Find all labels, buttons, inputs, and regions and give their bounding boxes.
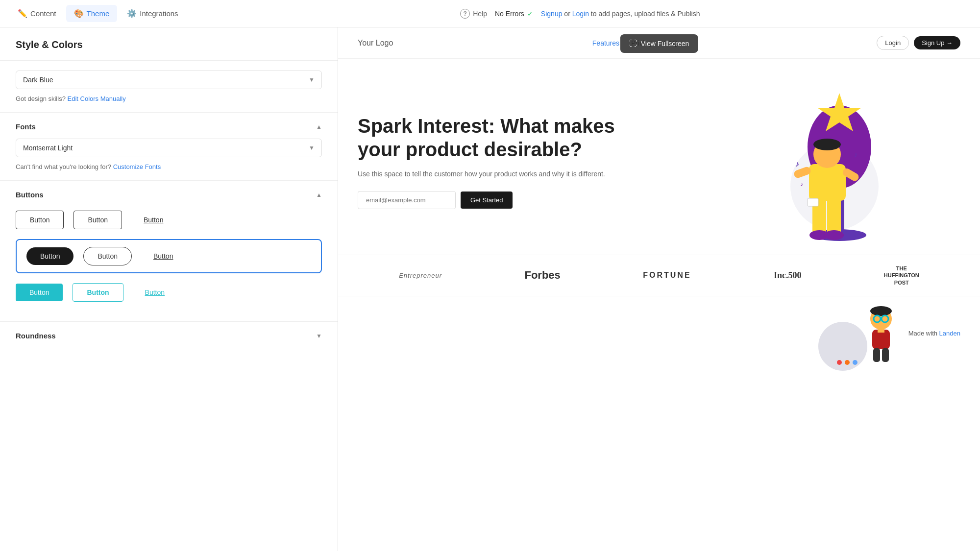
button-teal-outline[interactable]: Button: [73, 283, 123, 302]
preview-login-button[interactable]: Login: [877, 36, 909, 50]
buttons-section: Buttons ▲ Button Button Button Button Bu…: [0, 181, 338, 322]
svg-point-8: [824, 230, 844, 240]
fonts-collapse-icon: ▲: [316, 123, 322, 130]
preview-hero: Spark Interest: What makes your product …: [338, 59, 980, 255]
tab-theme[interactable]: 🎨 Theme: [66, 5, 118, 22]
bottom-character: [861, 304, 901, 363]
topbar-center: ? Help No Errors ✓ Signup or Login to ad…: [190, 9, 970, 19]
preview-logo: Your Logo: [358, 39, 393, 48]
help-icon: ?: [460, 9, 470, 19]
preview-container: ⛶ View Fullscreen Your Logo Features Pri…: [338, 27, 980, 551]
button-square-link[interactable]: Button: [132, 211, 175, 229]
or-text: or: [564, 10, 570, 18]
tab-integrations[interactable]: ⚙️ Integrations: [119, 5, 186, 22]
view-fullscreen-button[interactable]: ⛶ View Fullscreen: [620, 34, 698, 53]
color-select-value: Dark Blue: [23, 76, 53, 84]
button-pill-outline[interactable]: Button: [83, 247, 131, 265]
no-errors-status: No Errors ✓: [495, 10, 533, 18]
roundness-title: Roundness: [16, 332, 56, 340]
svg-rect-23: [878, 327, 884, 333]
tab-content[interactable]: ✏️ Content: [10, 5, 64, 22]
hero-text-block: Spark Interest: What makes your product …: [358, 114, 659, 209]
color-dropdown[interactable]: Dark Blue ▼: [16, 71, 322, 89]
made-with-prefix: Made with: [908, 330, 937, 337]
design-skills-text: Got design skills? Edit Colors Manually: [16, 95, 322, 102]
button-teal-link[interactable]: Button: [133, 284, 176, 301]
login-link[interactable]: Login: [572, 10, 589, 18]
integrations-icon: ⚙️: [127, 9, 137, 18]
check-icon: ✓: [527, 10, 533, 18]
help-button[interactable]: ? Help: [460, 9, 487, 19]
preview-signup-button[interactable]: Sign Up →: [914, 36, 960, 49]
tab-theme-label: Theme: [87, 9, 110, 18]
svg-text:♪: ♪: [800, 181, 803, 188]
svg-rect-6: [827, 196, 841, 235]
top-bar: ✏️ Content 🎨 Theme ⚙️ Integrations ? Hel…: [0, 0, 980, 27]
left-panel: Style & Colors Dark Blue ▼ Got design sk…: [0, 27, 338, 551]
main-layout: Style & Colors Dark Blue ▼ Got design sk…: [0, 27, 980, 551]
fonts-section: Fonts ▲ Montserrat Light ▼ Can't find wh…: [0, 113, 338, 181]
no-errors-label: No Errors: [495, 10, 524, 18]
signup-cta: Signup or Login to add pages, upload fil…: [541, 10, 700, 18]
fullscreen-icon: ⛶: [629, 39, 637, 48]
signup-link[interactable]: Signup: [541, 10, 563, 18]
buttons-row-1: Button Button Button: [16, 207, 322, 233]
fonts-section-header[interactable]: Fonts ▲: [16, 122, 322, 131]
button-teal-filled[interactable]: Button: [16, 284, 63, 301]
buttons-section-header[interactable]: Buttons ▲: [16, 191, 322, 199]
cant-find-text: Can't find what you're looking for?: [16, 163, 111, 170]
buttons-collapse-icon: ▲: [316, 192, 322, 198]
chevron-down-icon: ▼: [309, 76, 315, 83]
hero-title: Spark Interest: What makes your product …: [358, 114, 659, 161]
button-square-solid[interactable]: Button: [16, 211, 64, 229]
font-chevron-icon: ▼: [309, 144, 315, 151]
tab-group: ✏️ Content 🎨 Theme ⚙️ Integrations: [10, 5, 186, 22]
roundness-section[interactable]: Roundness ▼: [0, 322, 338, 350]
right-panel: ⛶ View Fullscreen Your Logo Features Pri…: [338, 27, 980, 551]
hero-cta-button[interactable]: Get Started: [461, 192, 513, 209]
logo-forbes: Forbes: [524, 269, 560, 282]
hero-email-input[interactable]: [358, 191, 456, 209]
svg-rect-17: [808, 198, 818, 206]
logo-fortune: FORTUNE: [643, 271, 691, 280]
button-pill-dark[interactable]: Button: [26, 247, 74, 265]
dots-decoration: [837, 360, 858, 365]
svg-text:♪: ♪: [795, 160, 799, 168]
button-square-outline[interactable]: Button: [74, 211, 122, 229]
svg-rect-24: [873, 348, 880, 362]
logo-inc500: Inc.500: [774, 270, 802, 281]
cta-suffix: to add pages, upload files & Publish: [591, 10, 700, 18]
design-skills-question: Got design skills?: [16, 95, 66, 102]
logo-huffpost: THEHUFFINGTONPOST: [884, 265, 919, 286]
made-with-text: Made with Landen: [908, 330, 960, 337]
customize-fonts-text: Can't find what you're looking for? Cust…: [16, 163, 322, 170]
button-pill-link[interactable]: Button: [142, 247, 185, 265]
made-with-brand[interactable]: Landen: [939, 330, 960, 337]
roundness-expand-icon: ▼: [316, 333, 322, 339]
panel-title: Style & Colors: [0, 27, 338, 61]
hero-subtitle: Use this space to tell the customer how …: [358, 169, 659, 179]
hero-cta: Get Started: [358, 191, 659, 209]
dot-orange: [845, 360, 850, 365]
svg-point-19: [870, 306, 892, 316]
logo-entrepreneur: Entrepreneur: [399, 272, 442, 279]
edit-colors-link[interactable]: Edit Colors Manually: [68, 95, 126, 102]
color-section: Dark Blue ▼ Got design skills? Edit Colo…: [0, 61, 338, 113]
buttons-title: Buttons: [16, 191, 44, 199]
fonts-title: Fonts: [16, 122, 36, 131]
hero-illustration: ♪ ♪ ♪: [659, 78, 960, 245]
nav-link-features[interactable]: Features: [592, 39, 619, 47]
preview-nav-buttons: Login Sign Up →: [877, 36, 960, 50]
buttons-row-selected: Button Button Button: [16, 239, 322, 273]
hero-svg: ♪ ♪ ♪: [736, 78, 883, 245]
tab-content-label: Content: [30, 9, 56, 18]
theme-icon: 🎨: [74, 9, 84, 18]
font-dropdown[interactable]: Montserrat Light ▼: [16, 139, 322, 157]
help-label: Help: [473, 10, 487, 18]
logos-bar: Entrepreneur Forbes FORTUNE Inc.500 THEH…: [338, 255, 980, 296]
font-select-value: Montserrat Light: [23, 144, 73, 152]
svg-text:♪: ♪: [854, 150, 858, 158]
dot-blue: [853, 360, 858, 365]
customize-fonts-link[interactable]: Customize Fonts: [113, 163, 161, 170]
tab-integrations-label: Integrations: [140, 9, 178, 18]
